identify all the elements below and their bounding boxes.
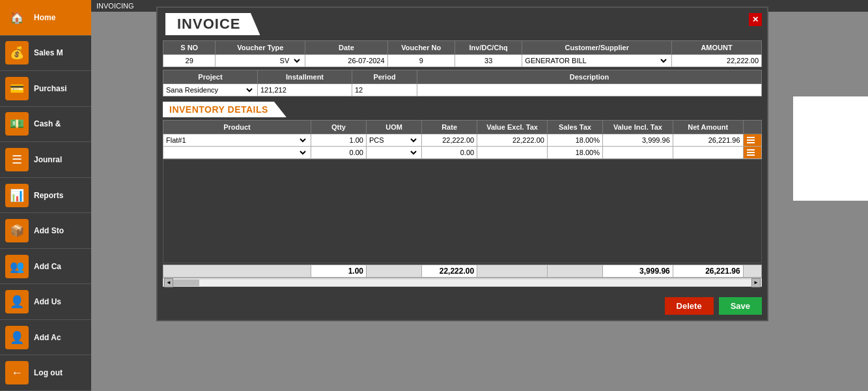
value-excl-tax-2-field[interactable] bbox=[480, 149, 544, 156]
delete-button[interactable]: Delete bbox=[665, 297, 714, 315]
sidebar-item-journal[interactable]: ☰ Jounral bbox=[0, 142, 91, 178]
amount-field[interactable] bbox=[675, 57, 759, 65]
sidebar-label-cash: Cash & bbox=[34, 119, 61, 128]
description-field[interactable] bbox=[420, 86, 759, 94]
sales-tax-2-field[interactable] bbox=[550, 149, 600, 156]
scroll-track[interactable] bbox=[173, 280, 751, 286]
action-bar: Delete Save bbox=[158, 292, 767, 320]
invoice-modal: INVOICE ✕ S NO Voucher Type Date Voucher… bbox=[156, 7, 768, 321]
total-uom-spacer bbox=[366, 265, 421, 278]
uom-1-field[interactable] bbox=[369, 136, 407, 145]
scroll-thumb[interactable] bbox=[173, 280, 199, 286]
sidebar-item-addacc[interactable]: 👤 Add Ac bbox=[0, 320, 91, 356]
sidebar-label-addstock: Add Sto bbox=[34, 226, 64, 235]
header-description: Description bbox=[417, 70, 762, 84]
svg-rect-5 bbox=[747, 154, 755, 156]
invoice-header: INVOICE ✕ bbox=[158, 8, 767, 40]
header-rate: Rate bbox=[422, 121, 477, 134]
save-button[interactable]: Save bbox=[719, 297, 762, 315]
qty-1-field[interactable] bbox=[314, 136, 363, 144]
header-project: Project bbox=[163, 70, 258, 84]
installment-field[interactable] bbox=[260, 86, 349, 94]
sidebar-item-cash[interactable]: 💵 Cash & bbox=[0, 107, 91, 143]
date-field[interactable] bbox=[308, 57, 384, 65]
qty-2-field[interactable] bbox=[314, 149, 363, 156]
inventory-title: INVENTORY DETAILS bbox=[163, 102, 287, 117]
sidebar-item-addstock[interactable]: 📦 Add Sto bbox=[0, 213, 91, 249]
uom-1-select[interactable] bbox=[407, 136, 419, 145]
uom-2-field[interactable] bbox=[369, 149, 407, 157]
sidebar-item-addcat[interactable]: 👥 Add Ca bbox=[0, 249, 91, 285]
sidebar-item-adduser[interactable]: 👤 Add Us bbox=[0, 284, 91, 320]
rate-2-field[interactable] bbox=[425, 149, 474, 156]
cash-icon: 💵 bbox=[5, 112, 29, 136]
project-field[interactable] bbox=[166, 85, 242, 94]
header-installment: Installment bbox=[258, 70, 352, 84]
invoice-top-table: S NO Voucher Type Date Voucher No Inv/DC… bbox=[163, 40, 762, 67]
uom-2-select[interactable] bbox=[407, 149, 419, 157]
invoice-row2-table: Project Installment Period Description bbox=[163, 70, 762, 96]
product-2-select[interactable] bbox=[296, 149, 308, 157]
topbar-label: INVOICING bbox=[96, 2, 133, 10]
net-amount-2-field[interactable] bbox=[676, 149, 740, 156]
sales-tax-1-field[interactable] bbox=[550, 136, 600, 144]
rate-1-field[interactable] bbox=[425, 136, 474, 144]
addacc-icon: 👤 bbox=[5, 326, 29, 349]
scroll-left-button[interactable]: ◄ bbox=[164, 278, 173, 287]
product-1-select[interactable] bbox=[296, 136, 308, 145]
sidebar-item-sales[interactable]: 💰 Sales M bbox=[0, 36, 91, 72]
row-2-action-button[interactable] bbox=[744, 147, 757, 158]
customer-supplier-select[interactable] bbox=[656, 56, 669, 65]
empty-area bbox=[163, 159, 762, 263]
project-select[interactable] bbox=[242, 85, 255, 94]
period-field[interactable] bbox=[355, 86, 414, 94]
total-qty: 1.00 bbox=[311, 265, 366, 278]
close-button[interactable]: ✕ bbox=[749, 13, 762, 26]
voucher-no-field[interactable] bbox=[391, 57, 452, 65]
customer-supplier-field[interactable] bbox=[525, 56, 656, 65]
invoice-title: INVOICE bbox=[165, 13, 260, 35]
inv-dc-chq-field[interactable] bbox=[458, 57, 519, 65]
home-icon: 🏠 bbox=[5, 6, 29, 29]
header-customer-supplier: Customer/Supplier bbox=[522, 41, 672, 55]
header-period: Period bbox=[352, 70, 417, 84]
svg-rect-2 bbox=[747, 142, 755, 143]
sno-field[interactable] bbox=[166, 57, 212, 65]
net-amount-1-field[interactable] bbox=[676, 136, 740, 144]
sidebar-label-purchase: Purchasi bbox=[34, 84, 67, 93]
header-value-incl-tax: Value Incl. Tax bbox=[603, 121, 673, 134]
totals-table: 1.00 22,222.00 3,999.96 26,221.96 bbox=[163, 265, 762, 278]
header-qty: Qtty bbox=[311, 121, 366, 134]
horizontal-scrollbar[interactable]: ◄ ► bbox=[163, 278, 762, 287]
scroll-right-button[interactable]: ► bbox=[751, 278, 761, 287]
product-2-field[interactable] bbox=[166, 149, 296, 157]
sidebar-item-logout[interactable]: ← Log out bbox=[0, 355, 91, 391]
addstock-icon: 📦 bbox=[5, 219, 29, 242]
inventory-row-1 bbox=[163, 134, 762, 147]
total-rate: 22,222.00 bbox=[422, 265, 477, 278]
header-sales-tax: Sales Tax bbox=[547, 121, 602, 134]
sidebar: 🏠 Home 💰 Sales M 💳 Purchasi 💵 Cash & ☰ J… bbox=[0, 0, 91, 391]
sidebar-item-reports[interactable]: 📊 Reports bbox=[0, 178, 91, 214]
header-uom: UOM bbox=[366, 121, 421, 134]
header-voucher-type: Voucher Type bbox=[216, 41, 305, 55]
header-voucher-no: Voucher No bbox=[387, 41, 455, 55]
logout-icon: ← bbox=[5, 361, 29, 384]
svg-rect-1 bbox=[747, 139, 755, 141]
voucher-type-select[interactable] bbox=[289, 56, 302, 65]
sidebar-item-purchase[interactable]: 💳 Purchasi bbox=[0, 71, 91, 107]
reports-icon: 📊 bbox=[5, 184, 29, 207]
main-content: INVOICING INVOICE ✕ S NO Voucher Type Da… bbox=[91, 0, 868, 391]
value-excl-tax-1-field[interactable] bbox=[480, 136, 544, 144]
value-incl-tax-2-field[interactable] bbox=[606, 149, 670, 156]
inventory-row-2 bbox=[163, 147, 762, 159]
sidebar-label-addacc: Add Ac bbox=[34, 333, 61, 342]
sidebar-item-home[interactable]: 🏠 Home bbox=[0, 0, 91, 36]
value-incl-tax-1-field[interactable] bbox=[606, 136, 670, 144]
row-1-action-button[interactable] bbox=[744, 135, 757, 145]
total-label bbox=[163, 265, 311, 278]
journal-icon: ☰ bbox=[5, 148, 29, 171]
voucher-type-field[interactable] bbox=[218, 56, 289, 65]
product-1-field[interactable] bbox=[166, 136, 296, 145]
header-net-amount: Net Amount bbox=[673, 121, 743, 134]
